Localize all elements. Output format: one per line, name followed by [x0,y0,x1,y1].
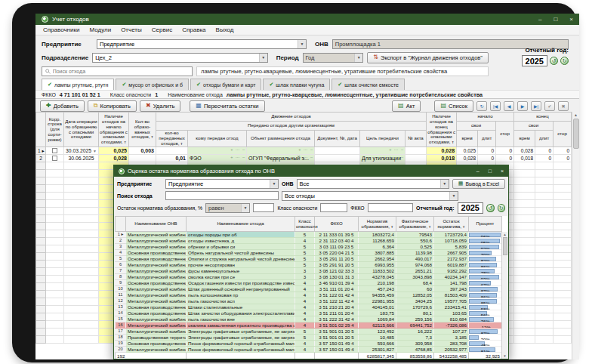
corr-checkbox[interactable] [52,148,57,153]
dialog-maximize-button[interactable]: □ [489,168,492,174]
cell: 0 [535,147,554,155]
table-row[interactable]: 1 ▸Металлургический комбинатотходы пород… [116,232,502,238]
dialog-search-input[interactable] [165,191,279,200]
scroll-up-icon[interactable]: ▲ [574,112,578,119]
table-row[interactable]: 3Металлургический комбинатобрезки и обры… [116,244,502,250]
fkko-input[interactable] [368,203,414,212]
chevron-down-icon[interactable]: ▼ [93,149,97,153]
chevron-down-icon[interactable]: ▼ [259,54,267,62]
scroll-up-icon[interactable]: ▲ [503,232,506,237]
chevron-down-icon[interactable]: ▼ [241,204,249,212]
table-row[interactable]: 14Основная производственная площШлак зач… [116,310,502,316]
search-input[interactable] [53,69,189,74]
dialog-vertical-scrollbar[interactable]: ▲ ▼ [501,232,507,359]
report-year-value[interactable]: 2025 [522,55,547,66]
cell-edit-tools[interactable]: + ⋯ – [230,147,245,152]
cell [36,321,46,329]
act-icon: ▤ [398,103,404,109]
table-row[interactable]: 19Основная производственная площПесок фо… [116,341,502,347]
table-row[interactable]: 13Основная производственная площШлаки ст… [116,304,502,310]
table-row[interactable]: 8Металлургический комбинатсмолка кислая … [116,274,502,280]
export-journal-button[interactable]: ⇅Экспорт в "Журнал движения отходов" [367,52,489,63]
rest-operator-select[interactable]: равен▼ [205,203,250,213]
refresh-icon[interactable]: ↻ [476,101,487,111]
corr-checkbox[interactable] [52,156,57,161]
table-row[interactable]: 6Металлургический комбинатпрочие несорти… [116,262,502,268]
table-row[interactable]: 4Основная производственная площОбрезь на… [116,250,502,256]
tab-waste-slag[interactable]: ✔шлак плавки чугуна [263,79,330,90]
delete-button[interactable]: ✖Удалить [140,100,180,112]
list-button[interactable]: ▤Список [434,100,473,112]
waste-name-cell: Электроды графитовые отработанные, не за… [187,335,295,341]
cell-edit-tools[interactable]: + ⋯ – [389,147,404,152]
waste-search-box[interactable] [42,66,193,76]
table-row[interactable]: 5Основная производственная площОпилки и … [116,256,502,262]
main-vertical-scrollbar[interactable]: ▲ [572,112,579,359]
menu-item-otchety[interactable]: Отчеты [121,26,142,33]
menu-item-spravochniki[interactable]: Справочники [43,26,79,33]
minimize-button[interactable]: – [538,16,541,23]
copy-button[interactable]: ⧉Копировать [88,100,137,112]
scroll-down-icon[interactable]: ▼ [503,353,506,359]
cell-edit-tools[interactable]: + ⋯ – [389,155,404,159]
close-button[interactable]: × [569,16,573,23]
dialog-minimize-button[interactable]: – [476,168,480,174]
year-next-icon[interactable]: ↻ [498,204,506,212]
nav-first-icon[interactable]: |◀ [490,101,501,111]
table-row[interactable]: 12Металлургический комбинатпыль газоочис… [116,298,502,304]
table-row[interactable]: 7Металлургический комбинатфусы каменноуг… [116,268,502,274]
table-row[interactable]: 1 ▸30.03.2025▼0,0250,003+ ⋯ –+ ⋯ –+ ⋯ –0… [36,147,572,155]
chevron-down-icon[interactable]: ▼ [270,180,278,188]
menu-item-vyhod[interactable]: Выход [216,26,234,33]
act-button[interactable]: ▤Акт [392,100,421,112]
scroll-thumb[interactable] [503,237,507,255]
dialog-enterprise-select[interactable]: Предприятие▼ [165,179,279,189]
tab-waste-office[interactable]: ✔мусор от офисных и б [116,79,189,90]
tab-waste-slag2[interactable]: ✔шлак очистки емкосте [332,79,405,90]
table-row[interactable]: 2Металлургический комбинатотходы известн… [116,238,502,244]
cancel-icon[interactable]: ✖ [558,101,569,111]
dialog-close-button[interactable]: × [501,168,504,174]
chevron-down-icon[interactable]: ▼ [440,180,449,188]
tab-waste-lamps[interactable]: ✔лампы ртутные, ртутн [42,79,114,90]
menu-item-spravka[interactable]: Справка [182,26,205,33]
table-row[interactable]: 11Металлургический комбинатпыль колошник… [116,292,502,298]
year-prev-icon[interactable]: ↺ [550,57,558,65]
tab-waste-paper[interactable]: ✔отходы бумаги и карт [190,79,261,90]
class-input[interactable] [320,203,347,212]
dialog-year-value[interactable]: 2025 [458,202,483,214]
waste-filter-select[interactable]: Все отходы▼ [282,191,458,201]
table-row[interactable]: 20Металлургический комбинатПесок формово… [116,347,502,353]
table-row[interactable]: 15Металлургический комбинатпыль газоочис… [116,316,502,322]
maximize-button[interactable]: □ [554,16,557,23]
table-row[interactable]: 17Металлургический комбинатЭлектроды гра… [116,329,502,335]
chevron-down-icon[interactable]: ▼ [449,192,458,200]
confirm-icon[interactable]: ✔ [544,101,555,111]
chevron-down-icon[interactable]: ▼ [354,54,362,62]
menu-item-moduli[interactable]: Модули [89,26,111,33]
excel-export-button[interactable]: ▦Вывод в Excel [452,179,505,189]
add-button[interactable]: ✚Добавить [40,100,85,112]
period-select[interactable]: Год▼ [303,53,364,63]
rest-value-input[interactable] [253,203,274,212]
cell-edit-tools[interactable]: + ⋯ – [230,155,245,159]
recalc-button[interactable]: ▦Пересчитать остатки [190,100,264,112]
nav-last-icon[interactable]: ▶| [531,101,541,111]
table-row[interactable]: 18Производственная территорияЭлектроды г… [116,335,502,341]
cell-edit-tools[interactable]: + ⋯ – [298,155,313,159]
division-select[interactable]: Цех_2▼ [92,53,267,63]
menu-item-servis[interactable]: Сервис [152,26,172,33]
table-row[interactable]: 230.06.20250,0280,01ФЭО+ ⋯ –ОГУП "Федера… [36,155,572,162]
year-prev-icon[interactable]: ↺ [486,204,495,212]
table-row[interactable]: 16Металлургический комбинатокалина замас… [116,322,502,329]
table-row[interactable]: 10Металлургический комбинатШлак доменный… [116,286,502,292]
cell-edit-tools[interactable]: + ⋯ – [298,147,313,152]
table-row[interactable]: 9Основная производственная площОсадок га… [116,280,502,286]
nav-next-icon[interactable]: ▶ [517,101,528,111]
scroll-thumb[interactable] [573,119,579,149]
dialog-onv-select[interactable]: Все▼ [297,179,449,189]
nav-prev-icon[interactable]: ◀ [504,101,514,111]
year-next-icon[interactable]: ↻ [560,57,569,65]
chevron-down-icon[interactable]: ▼ [298,40,306,48]
enterprise-select[interactable]: Предприятие▼ [97,39,307,49]
